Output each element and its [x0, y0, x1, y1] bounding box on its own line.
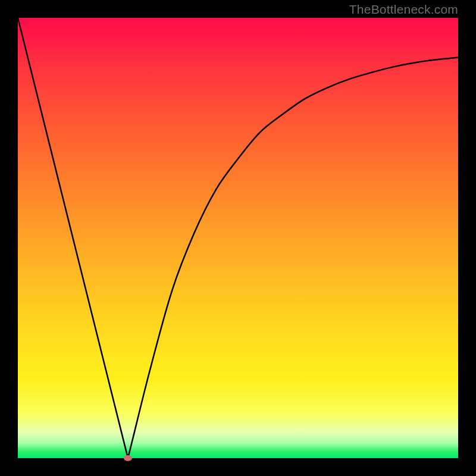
watermark-text: TheBottleneck.com: [349, 2, 458, 17]
gradient-plot-area: [18, 18, 458, 458]
outer-frame: TheBottleneck.com: [0, 0, 476, 476]
bottleneck-curve: [18, 18, 458, 458]
curve-svg: [18, 18, 458, 458]
notch-marker: [124, 455, 132, 461]
